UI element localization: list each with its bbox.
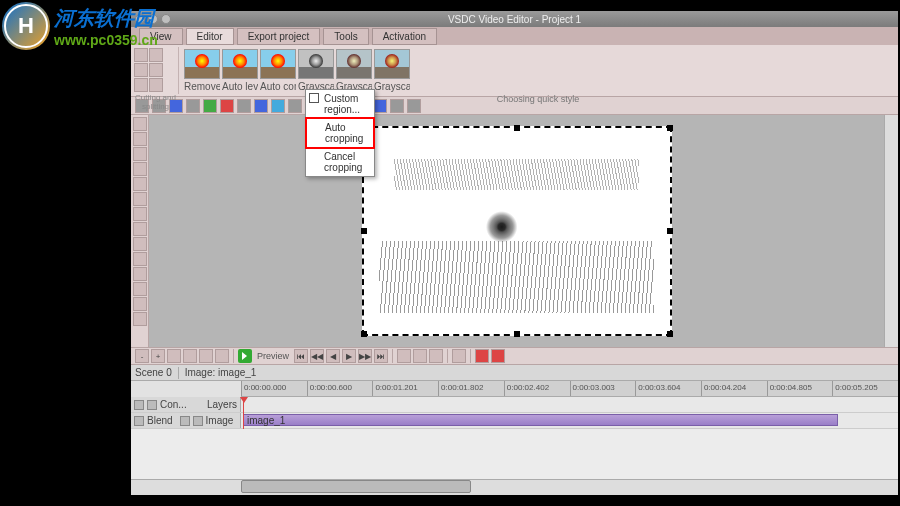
expand-icon[interactable] [134,400,144,410]
vertical-scrollbar[interactable] [884,115,898,347]
tab-editor[interactable]: Editor [186,28,234,45]
ellipse-icon[interactable] [133,192,147,206]
effect-icon[interactable] [133,267,147,281]
select-icon[interactable] [133,117,147,131]
chart-icon[interactable] [133,252,147,266]
tick: 0:00:03.003 [570,381,636,396]
canvas[interactable] [362,126,672,336]
scrollbar-thumb[interactable] [241,480,471,493]
tick: 0:00:00.600 [307,381,373,396]
dropdown-cancel-cropping[interactable]: Cancel cropping [306,148,374,176]
style-auto-contrast[interactable] [260,49,296,79]
tool-icon[interactable] [203,99,217,113]
resize-icon[interactable] [149,78,163,92]
watermark-title: 河东软件园 [54,5,158,32]
animation-icon[interactable] [133,312,147,326]
step-back-icon[interactable]: ◀ [326,349,340,363]
zoom-in-icon[interactable]: + [151,349,165,363]
crop-icon[interactable] [134,48,148,62]
cut-icon[interactable] [149,48,163,62]
tool-icon[interactable] [390,99,404,113]
style-remove-all[interactable] [184,49,220,79]
horizontal-scrollbar[interactable] [131,479,898,493]
tool-icon[interactable] [237,99,251,113]
dropdown-custom-region[interactable]: Custom region... [306,90,374,118]
shape-icon[interactable] [133,147,147,161]
tool-icon[interactable] [254,99,268,113]
stop-icon[interactable] [491,349,505,363]
zoom-out-icon[interactable]: - [135,349,149,363]
crop-dropdown: Custom region... Auto cropping Cancel cr… [305,89,375,177]
tool-icon[interactable] [199,349,213,363]
rewind-icon[interactable]: ◀◀ [310,349,324,363]
watermark-logo: H [2,2,50,50]
step-fwd-icon[interactable]: ▶ [342,349,356,363]
separator [470,349,471,363]
dropdown-auto-cropping[interactable]: Auto cropping [305,117,375,149]
image-icon[interactable] [133,207,147,221]
split-icon[interactable] [134,63,148,77]
visibility-icon[interactable] [180,416,190,426]
next-frame-icon[interactable]: ⏭ [374,349,388,363]
zoom-fit-icon[interactable] [167,349,181,363]
preview-label: Preview [254,351,292,361]
flip-icon[interactable] [134,78,148,92]
style-auto-levels[interactable] [222,49,258,79]
play-button[interactable] [238,349,252,363]
forward-icon[interactable]: ▶▶ [358,349,372,363]
resize-handle[interactable] [667,228,673,234]
canvas-area [149,115,884,347]
resize-handle[interactable] [514,331,520,337]
tick: 0:00:02.402 [504,381,570,396]
scene-header: Scene 0 Image: image_1 [131,365,898,381]
tab-export[interactable]: Export project [237,28,321,45]
playhead[interactable] [243,397,244,429]
record-icon[interactable] [475,349,489,363]
row-header[interactable]: Blend Image [131,413,241,428]
style-grayscale-80[interactable] [336,49,372,79]
marker-icon[interactable] [429,349,443,363]
marker-icon[interactable] [397,349,411,363]
tool-icon[interactable] [288,99,302,113]
resize-handle[interactable] [667,331,673,337]
visibility-icon[interactable] [147,400,157,410]
tool-icon[interactable] [452,349,466,363]
counter-icon[interactable] [133,297,147,311]
tool-icon[interactable] [407,99,421,113]
video-icon[interactable] [133,222,147,236]
expand-icon[interactable] [134,416,144,426]
resize-handle[interactable] [667,125,673,131]
tool-icon[interactable] [271,99,285,113]
row-header[interactable]: Con... Layers [131,397,241,412]
tool-icon[interactable] [186,99,200,113]
tab-activation[interactable]: Activation [372,28,437,45]
sprite-icon[interactable] [133,282,147,296]
maximize-icon[interactable] [161,14,171,24]
tick: 0:00:05.205 [832,381,898,396]
style-grayscale[interactable] [298,49,334,79]
marker-icon[interactable] [413,349,427,363]
rotate-icon[interactable] [149,63,163,77]
style-grayscale-50[interactable] [374,49,410,79]
resize-handle[interactable] [514,125,520,131]
timeline-clip[interactable]: image_1 [243,414,838,426]
tool-icon[interactable] [215,349,229,363]
canvas-image[interactable] [364,128,670,334]
tool-icon[interactable] [373,99,387,113]
line-icon[interactable] [133,162,147,176]
lock-icon[interactable] [193,416,203,426]
track[interactable] [241,397,898,412]
timeline-ruler[interactable]: 0:00:00.000 0:00:00.600 0:00:01.201 0:00… [241,381,898,397]
prev-frame-icon[interactable]: ⏮ [294,349,308,363]
resize-handle[interactable] [361,228,367,234]
watermark: H 河东软件园 www.pc0359.cn [2,2,158,50]
tool-icon[interactable] [183,349,197,363]
tool-icon[interactable] [220,99,234,113]
text-icon[interactable] [133,132,147,146]
resize-handle[interactable] [361,331,367,337]
audio-icon[interactable] [133,237,147,251]
timeline-row: Blend Image image_1 [131,413,898,429]
rect-icon[interactable] [133,177,147,191]
track[interactable]: image_1 [241,413,898,428]
tab-tools[interactable]: Tools [323,28,368,45]
